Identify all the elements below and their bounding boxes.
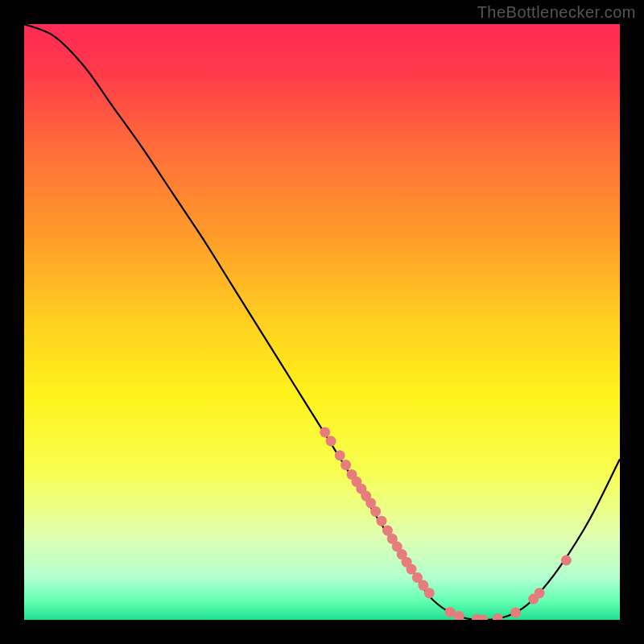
- scatter-point: [445, 607, 456, 617]
- chart-plot-area: [24, 24, 620, 620]
- scatter-point: [424, 588, 435, 598]
- scatter-point: [510, 608, 521, 618]
- scatter-point: [326, 436, 336, 447]
- scatter-point: [370, 506, 381, 517]
- scatter-point: [335, 450, 345, 460]
- scatter-point: [535, 588, 545, 598]
- chart-svg: [24, 24, 620, 620]
- scatter-point: [377, 516, 387, 526]
- scatter-point: [561, 555, 572, 566]
- attribution-label: TheBottlenecker.com: [477, 3, 636, 22]
- scatter-point: [341, 460, 351, 470]
- chart-background: [24, 24, 620, 620]
- scatter-point: [320, 427, 330, 437]
